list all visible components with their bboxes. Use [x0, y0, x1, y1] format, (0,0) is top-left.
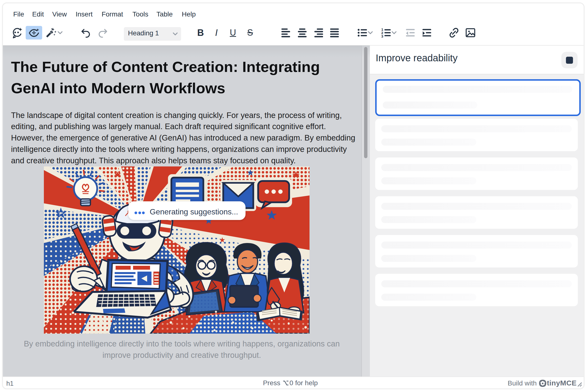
svg-text:3: 3: [381, 34, 383, 38]
